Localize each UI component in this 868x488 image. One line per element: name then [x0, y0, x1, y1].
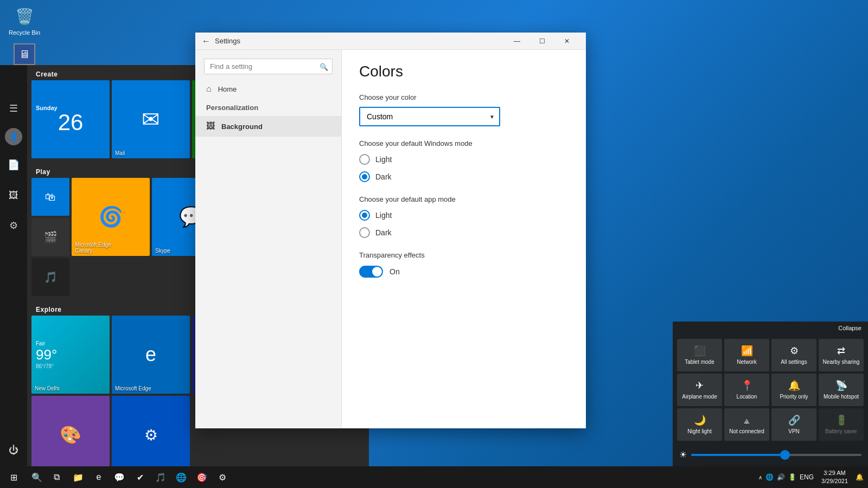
windows-dark-label: Dark: [375, 172, 392, 181]
brightness-row: ☀: [673, 445, 868, 466]
groove-tile[interactable]: 🎵: [31, 258, 69, 296]
settings-sidebar: 🔍 ⌂ Home Personalization 🖼 Background: [195, 50, 342, 428]
pictures-icon[interactable]: 🖼: [3, 184, 24, 206]
ac-airplane[interactable]: ✈ Airplane mode: [677, 374, 722, 406]
taskbar-tick[interactable]: ✔: [130, 467, 150, 487]
start-menu-sidebar: ☰ 👤 📄 🖼 ⚙ ⏻: [0, 65, 27, 466]
page-title: Colors: [359, 63, 569, 80]
taskbar-music[interactable]: 🎵: [151, 467, 170, 487]
taskbar-settings[interactable]: ⚙: [213, 467, 232, 487]
vpn-icon: 🔗: [788, 414, 800, 426]
calendar-tile[interactable]: Sunday 26: [31, 80, 110, 158]
collapse-button[interactable]: Collapse: [673, 322, 868, 335]
weather-tile[interactable]: Fair 99° 86°/78° New Delhi: [31, 316, 110, 394]
ac-hotspot[interactable]: 📡 Mobile hotspot: [819, 374, 864, 406]
taskbar-chrome[interactable]: 🌐: [171, 467, 191, 487]
recycle-bin-icon[interactable]: 🗑️ Recycle Bin: [5, 5, 43, 36]
power-icon[interactable]: ⏻: [3, 439, 24, 461]
windows-mode-label: Choose your default Windows mode: [359, 139, 569, 147]
transparency-value: On: [390, 267, 400, 276]
tray-expand[interactable]: ∧: [758, 474, 762, 480]
start-button[interactable]: ⊞: [0, 466, 27, 488]
brightness-thumb: [780, 450, 790, 460]
nav-background[interactable]: 🖼 Background: [195, 116, 341, 137]
ac-network[interactable]: 📶 Network: [724, 339, 769, 371]
ac-battery-saver[interactable]: 🔋 Battery saver: [819, 408, 864, 441]
minimize-button[interactable]: —: [505, 33, 529, 50]
ac-all-settings[interactable]: ⚙ All settings: [771, 339, 816, 371]
mail-tile[interactable]: ✉ Mail: [112, 80, 190, 158]
windows-light-label: Light: [375, 155, 392, 164]
color-dropdown[interactable]: Custom Light Dark: [359, 107, 500, 126]
ac-night-light[interactable]: 🌙 Night light: [677, 408, 722, 441]
ms-store-tile[interactable]: 🛍: [31, 178, 69, 216]
ac-priority[interactable]: 🔔 Priority only: [771, 374, 816, 406]
taskbar-skype[interactable]: 💬: [110, 467, 129, 487]
play-small-tiles: 🛍 🎬 🎵: [31, 178, 69, 296]
settings-main-content: Colors Choose your color Custom Light Da…: [342, 50, 586, 428]
hotspot-label: Mobile hotspot: [824, 394, 859, 400]
search-icon: 🔍: [320, 62, 328, 70]
hamburger-menu[interactable]: ☰: [3, 98, 24, 119]
battery-saver-icon: 🔋: [835, 414, 847, 426]
edge-canary-label: Microsoft EdgeCanary: [75, 242, 111, 254]
tray-network-icon[interactable]: 🌐: [765, 473, 774, 481]
movies-tile[interactable]: 🎬: [31, 218, 69, 256]
transparency-toggle[interactable]: [359, 266, 383, 278]
tray-volume-icon[interactable]: 🔊: [777, 473, 785, 481]
ms-edge-tile[interactable]: e Microsoft Edge: [112, 316, 190, 394]
choose-color-label: Choose your color: [359, 93, 569, 101]
nav-home[interactable]: ⌂ Home: [195, 79, 341, 99]
ms-edge-label: Microsoft Edge: [115, 386, 151, 391]
taskbar-edge[interactable]: e: [89, 467, 108, 487]
task-view-button[interactable]: ⧉: [47, 467, 66, 487]
taskbar-clock[interactable]: 3:29 AM 3/29/2021: [817, 469, 852, 486]
airplane-label: Airplane mode: [682, 394, 717, 400]
location-icon: 📍: [741, 380, 753, 391]
search-taskbar-button[interactable]: 🔍: [27, 467, 47, 487]
windows-light-option[interactable]: Light: [359, 154, 569, 165]
settings-titlebar: ← Settings — ☐ ✕: [195, 33, 586, 50]
windows-dark-radio[interactable]: [359, 171, 370, 182]
back-button[interactable]: ←: [202, 36, 210, 46]
paint3d-tile[interactable]: 🎨 Paint 3D: [31, 396, 110, 466]
edge-canary-tile[interactable]: 🌀 Microsoft EdgeCanary: [72, 178, 150, 256]
tray-language[interactable]: ENG: [800, 473, 814, 481]
app-dark-radio[interactable]: [359, 227, 370, 238]
clock-date: 3/29/2021: [821, 477, 848, 485]
night-light-label: Night light: [687, 428, 711, 435]
app-mode-options: Light Dark: [359, 210, 569, 238]
ac-bluetooth[interactable]: ⟁ Not connected: [724, 408, 769, 441]
ac-location[interactable]: 📍 Location: [724, 374, 769, 406]
mail-tile-label: Mail: [115, 150, 125, 156]
all-settings-icon: ⚙: [790, 345, 799, 357]
ac-tablet-mode[interactable]: ⬛ Tablet mode: [677, 339, 722, 371]
taskbar-file-explorer[interactable]: 📁: [68, 467, 88, 487]
night-light-icon: 🌙: [694, 414, 706, 426]
action-center-grid: ⬛ Tablet mode 📶 Network ⚙ All settings ⇄…: [673, 335, 868, 445]
tray-battery-icon[interactable]: 🔋: [788, 473, 796, 481]
taskbar-app1[interactable]: 🎯: [192, 467, 212, 487]
ac-nearby-sharing[interactable]: ⇄ Nearby sharing: [819, 339, 864, 371]
ac-vpn[interactable]: 🔗 VPN: [771, 408, 816, 441]
app-dark-option[interactable]: Dark: [359, 227, 569, 238]
notification-icon[interactable]: 🔔: [856, 473, 864, 481]
hotspot-icon: 📡: [835, 380, 847, 391]
app-light-option[interactable]: Light: [359, 210, 569, 221]
bluetooth-icon: ⟁: [744, 415, 750, 426]
windows-dark-option[interactable]: Dark: [359, 171, 569, 182]
maximize-button[interactable]: ☐: [529, 33, 554, 50]
brightness-bar[interactable]: [691, 454, 861, 456]
close-button[interactable]: ✕: [554, 33, 579, 50]
settings-sidebar-icon[interactable]: ⚙: [3, 215, 24, 236]
background-nav-icon: 🖼: [206, 121, 215, 131]
documents-icon[interactable]: 📄: [3, 154, 24, 176]
nav-home-label: Home: [218, 85, 237, 93]
windows-light-radio[interactable]: [359, 154, 370, 165]
intel-tile[interactable]: ⚙ Intel® Graphics Command Center: [112, 396, 190, 466]
settings-search-input[interactable]: [204, 59, 333, 74]
desktop: 🗑️ Recycle Bin 🖥 Custom-mo... ☰ 👤 📄 🖼 ⚙ …: [0, 0, 868, 488]
app-light-radio[interactable]: [359, 210, 370, 221]
taskbar-system-tray: ∧ 🌐 🔊 🔋 ENG 3:29 AM 3/29/2021 🔔: [754, 469, 868, 486]
user-avatar[interactable]: 👤: [5, 128, 22, 145]
